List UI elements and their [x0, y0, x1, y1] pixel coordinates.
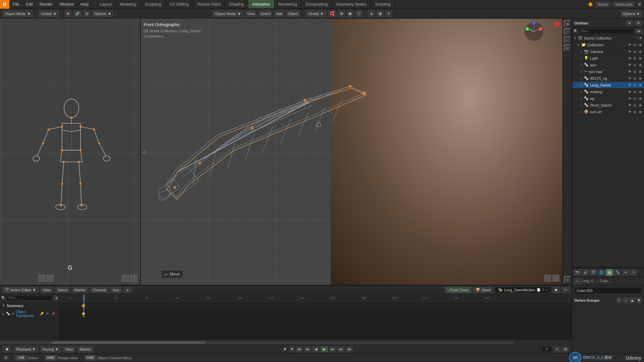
rig-ren[interactable]: ⊕ [638, 96, 643, 101]
add-btn[interactable]: Add [274, 10, 284, 17]
ot-key-btn[interactable]: 🔑 [39, 311, 44, 316]
options-btn[interactable]: Options ▼ [92, 10, 113, 17]
tab-geometry-nodes[interactable]: Geometry Nodes [332, 0, 371, 8]
menu-help[interactable]: Help [77, 0, 92, 8]
ae-up-arrow[interactable]: ▲ [123, 287, 132, 293]
object-btn[interactable]: Object [286, 10, 301, 17]
snap-btn[interactable]: 🔗 [73, 10, 82, 17]
tab-modeling[interactable]: Modeling [116, 0, 141, 8]
nav-gizmo[interactable]: X Y Z [524, 21, 544, 42]
ae-scrollbar-track[interactable] [0, 341, 514, 344]
prop-render-icon[interactable]: 📷 [574, 269, 581, 276]
ls-ren[interactable]: ⊕ [638, 83, 643, 87]
tomhair-ren[interactable]: ⊕ [638, 69, 643, 74]
wgts-sel[interactable]: ◎ [633, 76, 637, 81]
tab-texture-paint[interactable]: Texture Paint [193, 0, 225, 8]
pivot-btn[interactable]: ⊕ [64, 10, 72, 17]
grid-btn[interactable]: ⊞ [338, 10, 345, 17]
solid-btn[interactable]: ● [368, 10, 375, 17]
tab-sculpting[interactable]: Sculpting [141, 0, 166, 8]
ls-sel[interactable]: ◎ [633, 83, 637, 87]
prop-add-btn[interactable]: + [574, 278, 581, 284]
tr-eye[interactable]: 👁 [627, 110, 632, 114]
ae-stash-btn[interactable]: 📦 Stash [473, 287, 493, 293]
tom-sel[interactable]: ◎ [633, 63, 637, 67]
ae-editor-dropdown[interactable]: 🎬 Action Editor ▼ [2, 287, 39, 293]
viewlayer-label[interactable]: ViewLayer [613, 2, 635, 7]
side-icon-3[interactable]: ↔ [564, 36, 571, 44]
options-right-btn[interactable]: Options ▼ [621, 10, 642, 17]
cam-sel[interactable]: ◎ [633, 49, 637, 54]
prop-particles-icon[interactable]: ✦ [622, 269, 629, 276]
view-btn[interactable]: View [245, 10, 257, 17]
coll-ren[interactable]: ⊕ [638, 43, 643, 47]
menu-window[interactable]: Window [56, 0, 77, 8]
xray-btn[interactable]: ☐ [355, 10, 363, 17]
vg-remove-btn[interactable]: - [623, 297, 629, 303]
outliner-filter-toggle[interactable]: ⇄ [635, 28, 643, 34]
cam-ren[interactable]: ⊕ [638, 49, 643, 54]
menu-file[interactable]: File [9, 0, 22, 8]
transform-dropdown[interactable]: Global ▼ [306, 10, 327, 17]
pb-dropdown-btn[interactable]: ▼ [289, 346, 294, 352]
prop-object-icon[interactable]: ▦ [606, 269, 613, 276]
scene-label[interactable]: Scene [595, 2, 611, 7]
ae-pushdown-btn[interactable]: ↓ Push Down [445, 287, 472, 293]
menu-edit[interactable]: Edit [22, 0, 36, 8]
ae-channel-btn[interactable]: Channel [90, 287, 109, 293]
keying-menu-btn[interactable]: Keying ▼ [40, 346, 61, 353]
ae-key-btn[interactable]: Key [110, 287, 122, 293]
pb-collapse-btn[interactable]: ≡ [554, 346, 561, 352]
rig-sel[interactable]: ◎ [633, 96, 637, 101]
pb-record-btn[interactable]: ⏺ [282, 346, 288, 352]
outliner-filter-btn[interactable]: ▼ [626, 20, 633, 26]
view-dropdown[interactable]: Global ▼ [38, 10, 59, 17]
ae-track-object-transforms[interactable]: ▷ 🦴 ⊕ Object Transforms 🔑 👁 📌 [0, 310, 57, 318]
outliner-item-collection[interactable]: ▼ 📁 Collection 👁 ◎ ⊕ [572, 42, 644, 48]
tom-ren[interactable]: ⊕ [638, 63, 643, 67]
tab-animation[interactable]: Animation [248, 0, 274, 8]
mr-eye[interactable]: 👁 [627, 89, 632, 94]
timeline-view-btn[interactable]: View [62, 346, 76, 353]
ae-view-btn[interactable]: View [40, 287, 53, 293]
center-mode-dropdown[interactable]: Object Mode ▼ [212, 10, 244, 17]
cam-eye[interactable]: 👁 [627, 49, 632, 54]
tab-rendering[interactable]: Rendering [274, 0, 301, 8]
prop-bc-1[interactable]: Long_S... [582, 279, 596, 283]
mr-sel[interactable]: ◎ [633, 89, 637, 94]
ae-right-arrow[interactable]: ▷ [562, 287, 570, 293]
pb-jump-start-btn[interactable]: ⏮ [296, 346, 303, 352]
pb-step-fwd-btn[interactable]: ⏭ [329, 346, 336, 352]
tab-shading[interactable]: Shading [225, 0, 248, 8]
select-btn[interactable]: Select [258, 10, 273, 17]
mode-dropdown[interactable]: Object Mode ▼ [2, 10, 33, 17]
ae-play-btn[interactable]: ▶ [552, 287, 560, 293]
prop-output-icon[interactable]: 🖨 [582, 269, 589, 276]
tomhair-sel[interactable]: ◎ [633, 69, 637, 74]
ss-eye[interactable]: 👁 [627, 103, 632, 108]
sc-eye[interactable]: 👁 [638, 36, 643, 41]
coll-eye[interactable]: 👁 [627, 43, 632, 47]
tr-sel[interactable]: ◎ [633, 110, 637, 114]
outliner-item-shortsword[interactable]: ▷ 🦴 Short_Sword 👁 ◎ ⊕ [572, 102, 644, 109]
pb-jump-end-btn[interactable]: ⏭ [346, 346, 353, 352]
ae-track-summary[interactable]: ▼ Summary [0, 302, 57, 310]
ls-eye[interactable]: 👁 [627, 83, 632, 87]
frame-display[interactable]: 0 [542, 347, 552, 352]
material-btn[interactable]: ◑ [376, 10, 384, 17]
side-icon-2[interactable]: ↕ [564, 28, 571, 36]
timeline-marker-btn[interactable]: Marker [77, 346, 94, 353]
wgts-ren[interactable]: ⊕ [638, 76, 643, 81]
outliner-item-tom-hair[interactable]: ▷ 〜 tom hair 👁 ◎ ⊕ [572, 68, 644, 75]
rig-eye[interactable]: 👁 [627, 96, 632, 101]
outliner-vis-btn[interactable]: 👁 [635, 20, 642, 26]
outliner-item-camera[interactable]: ▷ 📷 Camera 👁 ◎ ⊕ [572, 48, 644, 55]
light-ren[interactable]: ⊕ [638, 56, 643, 61]
menu-render[interactable]: Render [36, 0, 56, 8]
mr-ren[interactable]: ⊕ [638, 89, 643, 94]
outliner-item-light[interactable]: ▷ 💡 Light 👁 ◎ ⊕ [572, 55, 644, 62]
overlay-btn[interactable]: ◉ [346, 10, 354, 17]
coll-sel[interactable]: ◎ [633, 43, 637, 47]
ss-sel[interactable]: ◎ [633, 103, 637, 108]
outliner-item-scene-collection[interactable]: ▼ 🎬 Scene Collection 👁 [572, 35, 644, 42]
